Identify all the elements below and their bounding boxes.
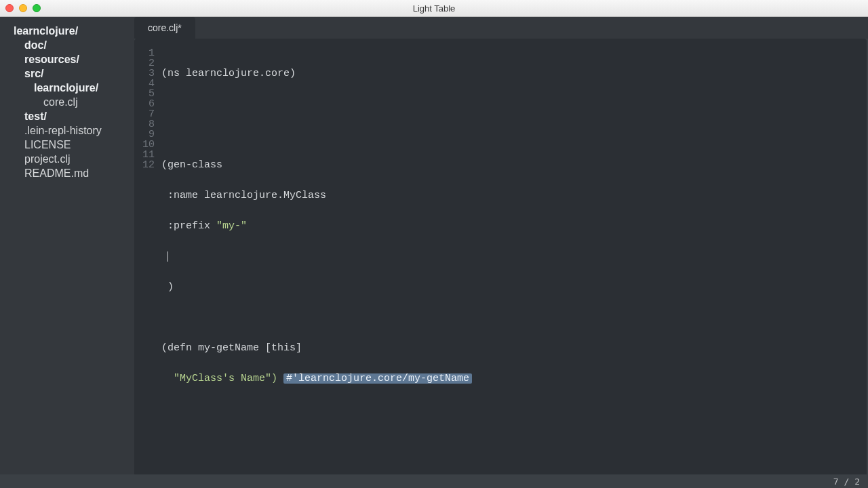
- code-line[interactable]: :prefix "my-": [161, 221, 867, 231]
- editor-panel: core.clj* 1 2 3 4 5 6 7 8 9 10 11 12 (ns…: [134, 17, 868, 474]
- code-line[interactable]: [161, 312, 867, 323]
- code-line[interactable]: (gen-class: [161, 160, 867, 170]
- code-line[interactable]: ): [161, 282, 867, 292]
- code-token: [this]: [265, 342, 302, 354]
- tree-folder-test[interactable]: test/: [0, 109, 134, 123]
- tree-folder-root[interactable]: learnclojure/: [0, 24, 134, 38]
- code-token: (: [161, 159, 167, 171]
- tree-folder-src-learnclojure[interactable]: learnclojure/: [0, 81, 134, 95]
- code-token: "MyClass's Name"): [161, 373, 283, 384]
- code-token: :name: [161, 190, 204, 201]
- code-token: my-getName: [198, 342, 265, 354]
- code-line[interactable]: [161, 251, 867, 262]
- code-line[interactable]: [161, 129, 867, 140]
- line-number: 7: [134, 109, 155, 119]
- code-token: gen-class: [167, 159, 222, 171]
- window-titlebar: Light Table: [0, 0, 868, 17]
- status-bar: 7 / 2: [0, 474, 868, 488]
- minimize-icon[interactable]: [19, 4, 27, 12]
- code-editor[interactable]: 1 2 3 4 5 6 7 8 9 10 11 12 (ns learncloj…: [134, 39, 867, 474]
- line-number: 3: [134, 68, 155, 79]
- text-cursor: [167, 251, 168, 262]
- inline-eval-result[interactable]: #'learnclojure.core/my-getName: [283, 373, 472, 384]
- window-title: Light Table: [413, 3, 456, 14]
- code-token: learnclojure.core: [186, 68, 290, 79]
- code-token: (ns: [161, 68, 186, 79]
- line-number: 4: [134, 79, 155, 89]
- line-number: 9: [134, 129, 155, 140]
- line-number: 10: [134, 140, 155, 150]
- line-number: 2: [134, 58, 155, 68]
- tree-folder-src[interactable]: src/: [0, 66, 134, 81]
- code-token: ): [290, 68, 296, 79]
- code-line[interactable]: (ns learnclojure.core): [161, 68, 867, 79]
- code-token: :prefix: [161, 220, 216, 232]
- code-token: ): [161, 281, 174, 293]
- code-line[interactable]: :name learnclojure.MyClass: [161, 190, 867, 201]
- code-line[interactable]: (defn my-getName [this]: [161, 343, 867, 353]
- cursor-position-readout: 7 / 2: [833, 476, 860, 487]
- tree-folder-doc[interactable]: doc/: [0, 38, 134, 52]
- line-number-gutter: 1 2 3 4 5 6 7 8 9 10 11 12: [134, 48, 161, 474]
- window-controls: [5, 4, 41, 12]
- code-token: (defn: [161, 342, 198, 354]
- line-number: 6: [134, 99, 155, 109]
- tab-row: core.clj*: [134, 17, 868, 39]
- close-icon[interactable]: [5, 4, 14, 12]
- file-tree-sidebar[interactable]: learnclojure/ doc/ resources/ src/ learn…: [0, 17, 134, 474]
- tab-core-clj[interactable]: core.clj*: [134, 17, 195, 39]
- tree-file-license[interactable]: LICENSE: [0, 138, 134, 152]
- line-number: 8: [134, 119, 155, 129]
- code-line[interactable]: [161, 99, 867, 109]
- tree-file-core-clj[interactable]: core.clj: [0, 95, 134, 109]
- code-token: "my-": [216, 220, 247, 232]
- line-number: 12: [134, 160, 155, 170]
- code-token: learnclojure.MyClass: [204, 190, 326, 201]
- maximize-icon[interactable]: [33, 4, 41, 12]
- line-number: 1: [134, 48, 155, 58]
- code-content[interactable]: (ns learnclojure.core) (gen-class :name …: [161, 48, 867, 474]
- tree-file-readme[interactable]: README.md: [0, 166, 134, 180]
- tree-file-lein-repl-history[interactable]: .lein-repl-history: [0, 123, 134, 138]
- tree-folder-resources[interactable]: resources/: [0, 52, 134, 66]
- file-tree: learnclojure/ doc/ resources/ src/ learn…: [0, 24, 134, 180]
- code-line[interactable]: [161, 404, 867, 414]
- code-line[interactable]: "MyClass's Name") #'learnclojure.core/my…: [161, 373, 867, 384]
- tree-file-project-clj[interactable]: project.clj: [0, 152, 134, 166]
- line-number: 5: [134, 89, 155, 99]
- main-split: learnclojure/ doc/ resources/ src/ learn…: [0, 17, 868, 474]
- line-number: 11: [134, 150, 155, 160]
